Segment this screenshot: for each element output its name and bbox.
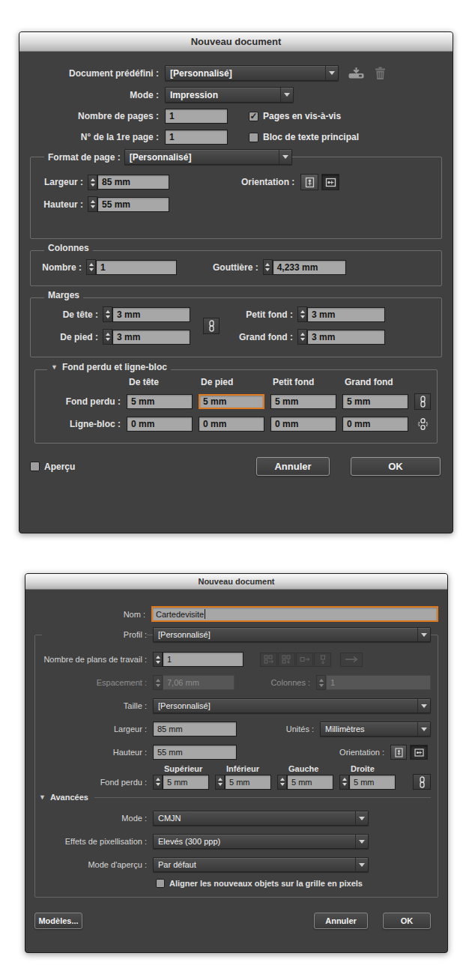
dropdown-arrow-icon (355, 835, 368, 848)
width-label: Largeur : (38, 177, 83, 187)
pages-count-input[interactable]: 1 (165, 109, 228, 124)
height-input[interactable]: 55 mm (97, 197, 169, 212)
margin-bottom-label: De pied : (38, 332, 98, 342)
width-stepper[interactable] (88, 175, 97, 190)
slug-row-label: Ligne-bloc : (43, 419, 121, 429)
pixel-grid-align-checkbox[interactable] (156, 879, 165, 888)
width-label: Largeur : (42, 725, 147, 734)
bleed-col-header: De tête (127, 377, 199, 387)
margin-bottom-input[interactable]: 3 mm (112, 330, 190, 345)
height-stepper[interactable] (88, 196, 97, 212)
bleed-col-header: Supérieur (164, 764, 226, 773)
ok-button[interactable]: OK (351, 457, 441, 476)
bleed-top-input[interactable]: 5 mm (127, 394, 193, 409)
bleed-link-icon[interactable] (413, 774, 431, 790)
spacing-label: Espacement : (42, 678, 147, 687)
bleed-right-input[interactable]: 5 mm (349, 775, 396, 790)
height-input[interactable]: 55 mm (153, 745, 237, 760)
columns-count-input[interactable]: 1 (96, 260, 177, 275)
orientation-landscape-icon[interactable] (321, 174, 339, 190)
margin-outside-stepper[interactable] (297, 329, 307, 345)
bleed-left-stepper[interactable] (277, 775, 287, 790)
size-dropdown[interactable]: [Personnalisé] (153, 698, 431, 713)
preview-mode-dropdown[interactable]: Par défaut (153, 857, 369, 872)
size-value: [Personnalisé] (154, 699, 417, 713)
units-dropdown[interactable]: Millimètres (320, 722, 431, 736)
preview-checkbox[interactable] (30, 462, 40, 471)
units-value: Millimètres (321, 722, 417, 736)
disclosure-triangle-icon: ▼ (39, 793, 46, 801)
bleed-top-input[interactable]: 5 mm (163, 775, 209, 790)
indesign-new-document-dialog: Nouveau document Document prédéfini : [P… (19, 31, 453, 533)
artboards-count-input[interactable]: 1 (163, 652, 243, 667)
orientation-portrait-icon[interactable] (390, 745, 407, 760)
preview-mode-label: Mode d'aperçu : (42, 860, 147, 869)
bleed-link-icon[interactable] (414, 393, 431, 410)
bleed-bottom-input[interactable]: 5 mm (225, 775, 271, 790)
color-mode-value: CMJN (154, 811, 355, 825)
bleed-slug-title-row[interactable]: ▼ Fond perdu et ligne-bloc (47, 362, 171, 372)
gutter-stepper[interactable] (263, 259, 273, 275)
margin-bottom-stepper[interactable] (103, 329, 112, 345)
columns-count-stepper[interactable] (86, 259, 96, 275)
advanced-section-toggle[interactable]: ▼ Avancées (39, 793, 431, 802)
dialog-titlebar[interactable]: Nouveau document (25, 574, 447, 590)
bleed-bottom-input[interactable]: 5 mm (199, 394, 264, 409)
cancel-button[interactable]: Annuler (256, 457, 330, 476)
gutter-input[interactable]: 4,233 mm (273, 260, 346, 275)
mode-dropdown[interactable]: Impression (165, 87, 294, 103)
slug-outside-input[interactable]: 0 mm (342, 417, 408, 432)
profile-dropdown[interactable]: [Personnalisé] (153, 627, 431, 642)
raster-effects-dropdown[interactable]: Elevés (300 ppp) (153, 834, 369, 849)
section-divider (94, 797, 431, 798)
bleed-outside-input[interactable]: 5 mm (342, 394, 408, 409)
primary-text-frame-checkbox[interactable] (249, 133, 258, 142)
page-format-dropdown[interactable]: [Personnalisé] (124, 149, 292, 165)
margins-link-icon[interactable] (203, 318, 220, 334)
margin-top-stepper[interactable] (103, 306, 112, 322)
orientation-portrait-icon[interactable] (300, 174, 318, 190)
slug-bottom-input[interactable]: 0 mm (199, 417, 264, 432)
grid-by-column-icon[interactable] (278, 653, 295, 667)
page-format-value: [Personnalisé] (125, 150, 279, 164)
bleed-right-stepper[interactable] (339, 775, 349, 790)
bleed-left-input[interactable]: 5 mm (287, 775, 333, 790)
first-page-input[interactable]: 1 (165, 130, 228, 145)
flow-direction-icon[interactable] (340, 653, 363, 667)
slug-top-input[interactable]: 0 mm (127, 417, 193, 432)
facing-pages-checkbox[interactable]: ✓ (249, 112, 258, 121)
ok-button[interactable]: OK (383, 913, 431, 929)
columns-input: 1 (326, 675, 431, 690)
bleed-top-stepper[interactable] (153, 775, 163, 790)
slug-broken-link-icon[interactable] (414, 416, 431, 432)
orientation-landscape-icon[interactable] (410, 745, 428, 760)
dialog-titlebar[interactable]: Nouveau document (19, 32, 453, 52)
bleed-inside-input[interactable]: 5 mm (270, 394, 336, 409)
arrange-by-row-icon[interactable] (296, 653, 313, 667)
grid-by-row-icon[interactable] (260, 653, 277, 667)
save-preset-icon[interactable] (348, 67, 365, 79)
preset-dropdown[interactable]: [Personnalisé] (165, 65, 339, 81)
columns-group-title: Colonnes (44, 243, 93, 253)
preset-value: [Personnalisé] (166, 66, 325, 80)
margin-top-input[interactable]: 3 mm (112, 307, 190, 322)
arrange-by-column-icon[interactable] (314, 653, 331, 667)
width-input[interactable]: 85 mm (97, 175, 169, 190)
color-mode-dropdown[interactable]: CMJN (153, 811, 369, 826)
preview-mode-value: Par défaut (154, 858, 355, 871)
bleed-bottom-stepper[interactable] (215, 775, 225, 790)
dropdown-arrow-icon (280, 88, 293, 102)
margin-inside-stepper[interactable] (297, 306, 307, 322)
raster-effects-value: Elevés (300 ppp) (154, 835, 355, 848)
margin-outside-label: Grand fond : (227, 332, 293, 342)
width-input[interactable]: 85 mm (153, 722, 237, 736)
trash-icon[interactable] (375, 67, 386, 80)
margin-inside-input[interactable]: 3 mm (307, 307, 385, 322)
slug-inside-input[interactable]: 0 mm (270, 417, 336, 432)
orientation-label: Orientation : (339, 748, 384, 757)
margin-outside-input[interactable]: 3 mm (307, 330, 385, 345)
templates-button[interactable]: Modèles... (34, 913, 82, 929)
name-input[interactable]: Cartedevisite (151, 606, 438, 622)
cancel-button[interactable]: Annuler (314, 913, 368, 929)
artboards-count-stepper[interactable] (153, 652, 163, 667)
